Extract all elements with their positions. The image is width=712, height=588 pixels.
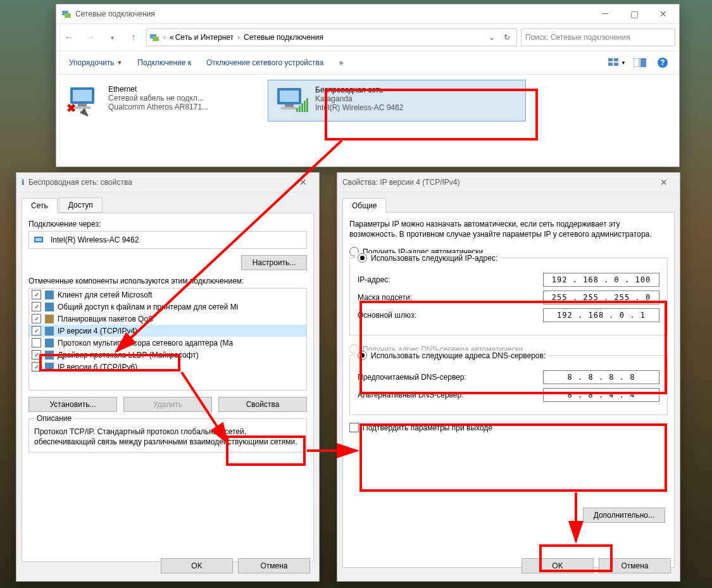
back-button[interactable]: ← <box>60 28 78 46</box>
list-item[interactable]: ✓IP версии 6 (TCP/IPv6) <box>29 361 306 373</box>
minimize-button[interactable]: ─ <box>590 4 620 23</box>
svg-rect-23 <box>304 101 306 112</box>
svg-rect-22 <box>301 103 303 112</box>
radio-use-dns[interactable]: Использовать следующие адреса DNS-сервер… <box>355 351 548 360</box>
tab-general[interactable]: Общие <box>342 198 386 213</box>
mask-input[interactable]: 255 . 255 . 255 . 0 <box>543 291 659 304</box>
svg-rect-7 <box>614 63 618 66</box>
connection-name: Ethernet <box>108 85 208 94</box>
preview-pane-icon[interactable] <box>630 54 650 72</box>
svg-rect-6 <box>608 63 613 66</box>
close-button[interactable]: ✕ <box>649 173 678 192</box>
search-input[interactable]: Поиск: Сетевые подключения <box>521 28 675 46</box>
connection-name: Беспроводная сеть <box>315 85 403 94</box>
description-text: Протокол TCP/IP. Стандартный протокол гл… <box>34 427 301 447</box>
ok-button[interactable]: OK <box>161 558 233 573</box>
svg-rect-20 <box>296 108 298 112</box>
disable-device-button[interactable]: Отключение сетевого устройства <box>200 54 330 71</box>
svg-rect-28 <box>45 303 54 311</box>
svg-rect-27 <box>45 291 54 299</box>
dns2-input[interactable]: 8 . 8 . 4 . 4 <box>543 388 659 402</box>
chevron-icon: › <box>237 33 240 42</box>
ip-group: Использовать следующий IP-адрес: IP-адре… <box>349 258 668 335</box>
window-title: Сетевые подключения <box>75 9 590 18</box>
ipv4-properties-dialog: Свойства: IP версии 4 (TCP/IPv4) ✕ Общие… <box>337 172 680 582</box>
list-item[interactable]: ✓Планировщик пакетов QoS <box>29 313 306 325</box>
breadcrumb-pre[interactable]: « <box>170 33 174 42</box>
ip-input[interactable]: 192 . 168 . 0 . 100 <box>543 273 659 287</box>
cancel-button[interactable]: Отмена <box>238 558 310 573</box>
list-item[interactable]: ✓Общий доступ к файлам и принтерам для с… <box>29 301 306 313</box>
svg-rect-5 <box>614 58 618 61</box>
breadcrumb[interactable]: › « Сеть и Интернет › Сетевые подключени… <box>146 28 517 46</box>
up-button[interactable]: ↑ <box>125 28 142 46</box>
confirm-on-exit[interactable]: Подтвердить параметры при выходе <box>349 423 668 432</box>
list-item[interactable]: ✓Клиент для сетей Microsoft <box>29 289 306 301</box>
configure-button[interactable]: Настроить... <box>241 255 307 270</box>
chevron-icon: › <box>163 33 166 42</box>
svg-rect-3 <box>153 37 159 41</box>
organize-button[interactable]: Упорядочить ▼ <box>63 54 128 71</box>
dropdown-icon[interactable]: ⌄ <box>485 33 499 42</box>
dialog-title: Свойства: IP версии 4 (TCP/IPv4) <box>342 178 649 187</box>
recent-button[interactable]: ▾ <box>103 28 121 46</box>
breadcrumb-item[interactable]: Сетевые подключения <box>244 33 323 42</box>
help-icon[interactable]: ? <box>653 54 673 72</box>
more-button[interactable]: » <box>332 54 349 71</box>
gateway-input[interactable]: 192 . 168 . 0 . 1 <box>543 308 659 322</box>
checkbox[interactable]: ✓ <box>32 290 41 299</box>
list-item[interactable]: Протокол мультиплексора сетевого адаптер… <box>29 337 306 349</box>
svg-rect-29 <box>45 315 54 323</box>
address-bar: ← → ▾ ↑ › « Сеть и Интернет › Сетевые по… <box>56 24 679 51</box>
dns1-input[interactable]: 8 . 8 . 8 . 8 <box>543 370 659 384</box>
checkbox[interactable]: ✓ <box>32 302 41 311</box>
connection-device: Intel(R) Wireless-AC 9462 <box>315 103 403 112</box>
list-item-ipv4[interactable]: ✓IP версии 4 (TCP/IPv4) <box>29 325 306 337</box>
svg-rect-1 <box>65 13 71 18</box>
svg-rect-24 <box>306 98 308 112</box>
advanced-button[interactable]: Дополнительно... <box>583 508 665 523</box>
components-list[interactable]: ✓Клиент для сетей Microsoft ✓Общий досту… <box>28 288 307 391</box>
connect-button[interactable]: Подключение к <box>131 54 197 71</box>
tab-network[interactable]: Сеть <box>22 198 58 213</box>
info-paragraph: Параметры IP можно назначать автоматичес… <box>349 219 668 239</box>
adapter-box: Intel(R) Wireless-AC 9462 <box>28 231 307 249</box>
info-icon: ℹ <box>22 178 25 187</box>
checkbox[interactable]: ✓ <box>32 326 41 335</box>
gateway-label: Основной шлюз: <box>358 311 543 320</box>
dns1-label: Предпочитаемый DNS-сервер: <box>358 373 543 382</box>
forward-button[interactable]: → <box>82 28 99 46</box>
checkbox[interactable]: ✓ <box>32 314 41 323</box>
connect-via-label: Подключение через: <box>28 220 307 228</box>
svg-text:?: ? <box>660 58 665 67</box>
cancel-button[interactable]: Отмена <box>599 558 671 573</box>
checkbox[interactable] <box>32 338 41 347</box>
refresh-icon[interactable]: ↻ <box>500 33 514 42</box>
svg-rect-30 <box>45 327 54 335</box>
view-options-icon[interactable]: ▼ <box>607 54 627 72</box>
svg-rect-21 <box>299 106 301 112</box>
svg-rect-26 <box>35 238 42 241</box>
radio-use-ip[interactable]: Использовать следующий IP-адрес: <box>355 253 500 263</box>
checkbox[interactable]: ✓ <box>32 350 41 360</box>
tab-access[interactable]: Доступ <box>59 197 103 213</box>
dns2-label: Альтернативный DNS-сервер: <box>358 391 543 399</box>
properties-button[interactable]: Свойства <box>218 397 307 412</box>
maximize-button[interactable]: ▢ <box>620 4 649 23</box>
close-button[interactable]: ✕ <box>649 4 678 23</box>
search-placeholder: Поиск: Сетевые подключения <box>525 33 630 42</box>
toolbar: Упорядочить ▼ Подключение к Отключение с… <box>56 51 679 75</box>
close-button[interactable]: ✕ <box>289 173 318 192</box>
install-button[interactable]: Установить... <box>28 397 117 412</box>
connection-device: Qualcomm Atheros AR8171... <box>108 103 208 111</box>
breadcrumb-item[interactable]: Сеть и Интернет <box>175 33 234 42</box>
checkbox[interactable]: ✓ <box>32 362 41 372</box>
connection-ethernet[interactable]: ✖ 🔌 Ethernet Сетевой кабель не подкл... … <box>61 80 261 122</box>
svg-rect-17 <box>280 91 299 102</box>
ok-button[interactable]: OK <box>522 558 594 573</box>
list-item[interactable]: ✓Драйвер протокола LLDP (Майкрософт) <box>29 349 306 361</box>
titlebar[interactable]: Сетевые подключения ─ ▢ ✕ <box>56 4 679 24</box>
connection-wifi[interactable]: Беспроводная сеть Karaganda Intel(R) Wir… <box>268 80 526 122</box>
svg-rect-31 <box>45 339 54 347</box>
adapter-name: Intel(R) Wireless-AC 9462 <box>51 235 139 244</box>
